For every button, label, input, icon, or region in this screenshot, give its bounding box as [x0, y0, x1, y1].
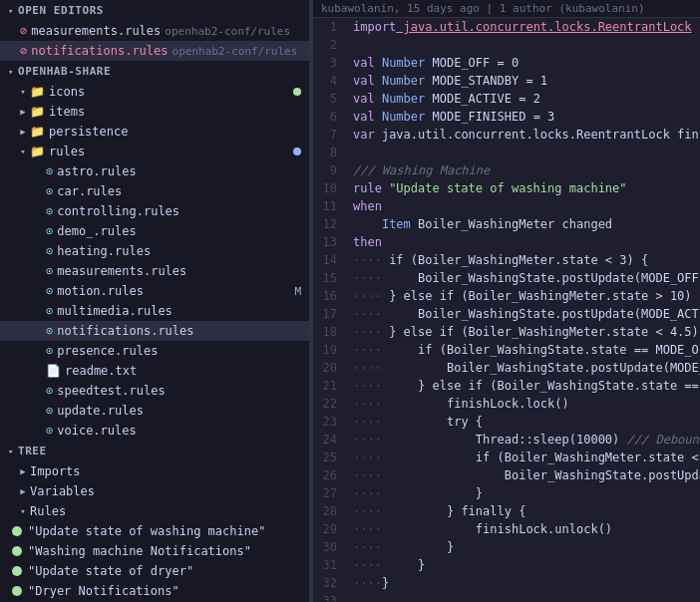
code-line: rule "Update state of washing machine": [353, 179, 700, 197]
file-icon: ⊙: [46, 304, 53, 318]
file-icon: 📄: [46, 364, 61, 378]
folder-arrow: ▶: [18, 127, 28, 137]
file-astro[interactable]: ⊙ astro.rules: [0, 161, 309, 181]
folder-icon: 📁: [30, 85, 45, 99]
tree-item-label: Imports: [30, 464, 81, 478]
editor: kubawolanin, 15 days ago | 1 author (kub…: [313, 0, 700, 602]
code-area[interactable]: import java.util.concurrent.locks.Reentr…: [345, 18, 700, 602]
file-label: presence.rules: [57, 344, 158, 358]
file-label: notifications.rules: [57, 324, 193, 338]
file-readme[interactable]: 📄 readme.txt: [0, 361, 309, 381]
open-editors-header[interactable]: ▾ OPEN EDITORS: [0, 0, 309, 21]
rule-dot: [12, 546, 22, 556]
open-file-label: measurements.rules: [31, 24, 161, 38]
file-icon: ⊙: [46, 324, 53, 338]
file-motion[interactable]: ⊙ motion.rules M: [0, 281, 309, 301]
rule-dot: [12, 586, 22, 596]
rule-dryer-notif[interactable]: "Dryer Notifications": [0, 581, 309, 601]
rule-washing-notif[interactable]: "Washing machine Notifications": [0, 541, 309, 561]
file-label: voice.rules: [57, 424, 136, 438]
file-measurements[interactable]: ⊙ measurements.rules: [0, 261, 309, 281]
file-presence[interactable]: ⊙ presence.rules: [0, 341, 309, 361]
folder-icon: 📁: [30, 145, 45, 158]
code-line: ···· }: [353, 484, 700, 502]
rule-dot: [12, 566, 22, 576]
folder-rules[interactable]: ▾ 📁 rules: [0, 142, 309, 161]
editor-header: kubawolanin, 15 days ago | 1 author (kub…: [313, 0, 700, 18]
file-icon: ⊙: [46, 224, 53, 238]
rule-dryer-state[interactable]: "Update state of dryer": [0, 561, 309, 581]
code-line: ···· if (Boiler_WashingState.state == MO…: [353, 341, 700, 359]
code-line: ···· Boiler_WashingState.postUpdate(MODE…: [353, 359, 700, 377]
open-editors-arrow: ▾: [8, 6, 14, 16]
folder-persistence[interactable]: ▶ 📁 persistence: [0, 122, 309, 142]
rule-label: "Update state of dryer": [28, 564, 193, 578]
file-label: readme.txt: [65, 364, 137, 378]
tree-label: TREE: [18, 445, 47, 457]
rule-label: "Dryer Notifications": [28, 584, 179, 598]
file-icon: ⊙: [46, 284, 53, 298]
file-demo[interactable]: ⊙ demo_.rules: [0, 221, 309, 241]
file-icon: ⊙: [46, 184, 53, 198]
tree-item-label: Variables: [30, 484, 95, 498]
folder-items[interactable]: ▶ 📁 items: [0, 102, 309, 122]
file-label: speedtest.rules: [57, 384, 165, 398]
file-heating[interactable]: ⊙ heating.rules: [0, 241, 309, 261]
folder-label: icons: [49, 85, 85, 99]
file-icon: ⊘: [20, 44, 27, 58]
code-line: ···· if (Boiler_WashingMeter.state < 3) …: [353, 251, 700, 269]
folder-arrow: ▾: [18, 87, 28, 97]
file-notifications[interactable]: ⊙ notifications.rules: [0, 321, 309, 341]
file-icon: ⊙: [46, 164, 53, 178]
code-line: import java.util.concurrent.locks.Reentr…: [353, 18, 700, 36]
open-file-notifications[interactable]: ⊘ notifications.rules openhab2-conf/rule…: [0, 41, 309, 61]
file-icon: ⊙: [46, 384, 53, 398]
openhab-share-arrow: ▾: [8, 67, 14, 77]
tree-item-label: Rules: [30, 504, 66, 518]
code-line: ···· Thread::sleep(10000) /// Debounce: [353, 431, 700, 449]
code-line: ···· } else if (Boiler_WashingState.stat…: [353, 377, 700, 395]
file-speedtest[interactable]: ⊙ speedtest.rules: [0, 381, 309, 401]
file-multimedia[interactable]: ⊙ multimedia.rules: [0, 301, 309, 321]
file-voice[interactable]: ⊙ voice.rules: [0, 421, 309, 441]
sidebar: ▾ OPEN EDITORS ⊘ measurements.rules open…: [0, 0, 309, 602]
openhab-share-header[interactable]: ▾ OPENHAB-SHARE: [0, 61, 309, 82]
file-controlling[interactable]: ⊙ controlling.rules: [0, 201, 309, 221]
file-icon: ⊙: [46, 264, 53, 278]
tree-header[interactable]: ▾ TREE: [0, 441, 309, 461]
file-car[interactable]: ⊙ car.rules: [0, 181, 309, 201]
code-line: ···· finishLock.unlock(): [353, 520, 700, 538]
file-label: astro.rules: [57, 164, 136, 178]
file-icon: ⊙: [46, 404, 53, 418]
file-icon: ⊙: [46, 244, 53, 258]
code-line: /// Washing Machine: [353, 161, 700, 179]
rule-dot: [12, 526, 22, 536]
code-line: val Number MODE_ACTIVE = 2: [353, 90, 700, 108]
rule-washing-state[interactable]: "Update state of washing machine": [0, 521, 309, 541]
code-line: then: [353, 233, 700, 251]
file-label: update.rules: [57, 404, 144, 418]
code-line: ···· Boiler_WashingState.postUpda: [353, 466, 700, 484]
tree-rules[interactable]: ▾ Rules: [0, 501, 309, 521]
code-line: ···· } else if (Boiler_WashingMeter.stat…: [353, 287, 700, 305]
file-icon: ⊙: [46, 204, 53, 218]
code-line: val Number MODE_OFF = 0: [353, 54, 700, 72]
code-line: [353, 144, 700, 161]
editor-content: 12345 678910 1112131415 1617181920 21222…: [313, 18, 700, 602]
open-file-path: openhab2-conf/rules: [165, 25, 290, 38]
tree-arrow: ▾: [8, 447, 14, 456]
tree-variables[interactable]: ▶ Variables: [0, 481, 309, 501]
code-line: ···· Boiler_WashingState.postUpdate(MODE…: [353, 305, 700, 323]
code-line: ···· } finally {: [353, 502, 700, 520]
rule-label: "Update state of washing machine": [28, 524, 265, 538]
open-file-measurements[interactable]: ⊘ measurements.rules openhab2-conf/rules: [0, 21, 309, 41]
folder-icons[interactable]: ▾ 📁 icons: [0, 82, 309, 102]
code-line: [353, 592, 700, 602]
tree-imports[interactable]: ▶ Imports: [0, 461, 309, 481]
line-numbers: 12345 678910 1112131415 1617181920 21222…: [313, 18, 345, 602]
file-update[interactable]: ⊙ update.rules: [0, 401, 309, 421]
folder-arrow: ▾: [18, 147, 28, 156]
code-line: var java.util.concurrent.locks.Reentrant…: [353, 126, 700, 144]
folder-label: persistence: [49, 125, 128, 139]
folder-icon: 📁: [30, 105, 45, 119]
